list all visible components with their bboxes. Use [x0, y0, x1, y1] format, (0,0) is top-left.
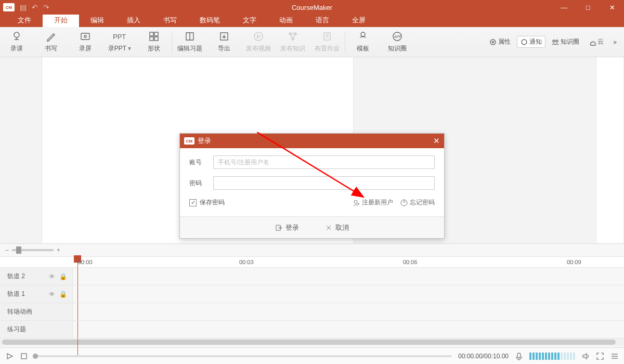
track-head: 转场动画 [0, 303, 73, 320]
svg-point-18 [553, 40, 555, 42]
volume-meter [529, 353, 575, 360]
app-title: CourseMaker [0, 4, 624, 11]
settings-icon[interactable] [610, 352, 619, 360]
save-icon[interactable]: ▤ [20, 3, 27, 11]
dropdown-icon[interactable]: ▾ [128, 45, 131, 52]
tab-anim[interactable]: 动画 [268, 14, 304, 27]
tab-fullscreen[interactable]: 全屏 [341, 14, 377, 27]
remember-checkbox[interactable]: ✓保存密码 [189, 198, 225, 207]
svg-point-16 [490, 40, 496, 45]
account-input[interactable] [213, 155, 435, 169]
timeline-hscrollbar[interactable] [0, 339, 624, 346]
track-row[interactable]: 练习题 [0, 321, 624, 339]
maximize-button[interactable]: □ [576, 0, 600, 15]
menu-bar: 文件 开始 编辑 插入 书写 数码笔 文字 动画 语言 全屏 [0, 15, 624, 27]
cancel-button[interactable]: 取消 [325, 223, 349, 232]
tick-label: 00:00 [78, 259, 93, 265]
tab-lang[interactable]: 语言 [304, 14, 341, 27]
zoom-slider[interactable] [12, 249, 54, 251]
title-bar: CM ▤ ↶ ↷ CourseMaker — □ ✕ [0, 0, 624, 15]
visibility-icon[interactable]: 👁 [49, 273, 55, 280]
password-input[interactable] [213, 176, 435, 190]
tab-text[interactable]: 文字 [231, 14, 268, 27]
track-head: 轨道 1👁🔒 [0, 285, 73, 303]
account-label: 账号 [189, 158, 208, 167]
assign-homework-button[interactable]: 布置作业 [315, 31, 340, 53]
close-button[interactable]: ✕ [600, 0, 624, 15]
redo-icon[interactable]: ↷ [43, 3, 49, 11]
dialog-close-button[interactable]: ✕ [433, 136, 440, 146]
dialog-title: 登录 [198, 136, 211, 146]
zoom-in-button[interactable]: + [57, 246, 60, 254]
cloud-tool[interactable]: 云 [586, 36, 607, 47]
lock-icon[interactable]: 🔒 [59, 291, 67, 298]
app-logo-icon: CM [3, 3, 15, 11]
svg-rect-6 [150, 37, 153, 41]
ppt-button[interactable]: PPT录PPT ▾ [107, 31, 132, 53]
app-logo-icon: CM [184, 137, 194, 145]
mic-icon[interactable] [515, 352, 523, 360]
ribbon-right-tools: 属性 通知 知识圈 云 » [486, 36, 620, 48]
fullscreen-icon[interactable] [596, 352, 604, 360]
register-link[interactable]: 注册新用户 [353, 198, 393, 207]
svg-rect-21 [517, 353, 521, 358]
tab-pen[interactable]: 数码笔 [188, 14, 231, 27]
record-button[interactable]: 录课 [4, 31, 29, 53]
zoom-out-button[interactable]: – [5, 246, 9, 254]
shape-button[interactable]: 形状 [141, 31, 166, 53]
svg-rect-1 [81, 33, 89, 40]
knowledge-circle-button[interactable]: APP知识圈 [385, 31, 410, 53]
window-controls: — □ ✕ [552, 0, 624, 15]
minimize-button[interactable]: — [552, 0, 576, 15]
stop-icon[interactable] [20, 352, 28, 360]
svg-rect-4 [150, 32, 153, 36]
speaker-icon[interactable] [581, 352, 590, 360]
tab-write[interactable]: 书写 [152, 14, 188, 27]
template-button[interactable]: 模板 [350, 31, 375, 53]
tick-label: 00:09 [567, 259, 581, 265]
svg-rect-20 [21, 354, 27, 359]
tick-label: 00:03 [239, 259, 254, 265]
svg-point-17 [492, 41, 494, 43]
password-label: 密码 [189, 179, 208, 188]
timeline-zoom: – + [0, 244, 624, 256]
track-row[interactable]: 轨道 2👁🔒 [0, 268, 624, 285]
svg-point-22 [354, 200, 357, 203]
notify-tool[interactable]: 通知 [517, 36, 545, 48]
status-bar: 00:00.00/00:10.00 [0, 347, 624, 364]
write-button[interactable]: 书写 [38, 31, 63, 53]
track-row[interactable]: 转场动画 [0, 303, 624, 321]
tick-label: 00:06 [403, 259, 418, 265]
publish-knowledge-button[interactable]: 发布知识 [280, 31, 305, 53]
forgot-password-link[interactable]: 忘记密码 [400, 198, 435, 207]
dialog-titlebar[interactable]: CM 登录 ✕ [180, 134, 444, 148]
svg-text:PPT: PPT [113, 33, 126, 41]
tab-start[interactable]: 开始 [43, 14, 79, 27]
undo-icon[interactable]: ↶ [32, 3, 38, 11]
screenrec-button[interactable]: 录屏 [73, 31, 98, 53]
login-button[interactable]: 登录 [275, 223, 299, 232]
tab-insert[interactable]: 插入 [115, 14, 152, 27]
track-head: 轨道 2👁🔒 [0, 268, 73, 285]
play-icon[interactable] [5, 352, 14, 360]
svg-text:APP: APP [394, 35, 401, 38]
visibility-icon[interactable]: 👁 [49, 291, 55, 298]
svg-point-9 [254, 32, 263, 41]
svg-rect-5 [154, 32, 158, 36]
playback-progress[interactable] [34, 355, 452, 357]
timeline-ruler[interactable]: 00:00 00:03 00:06 00:09 [0, 256, 624, 268]
svg-rect-13 [324, 33, 330, 40]
svg-point-0 [14, 32, 19, 37]
more-tool[interactable]: » [610, 37, 620, 47]
properties-tool[interactable]: 属性 [486, 36, 514, 47]
lock-icon[interactable]: 🔒 [59, 273, 67, 280]
track-row[interactable]: 轨道 1👁🔒 [0, 285, 624, 303]
circle-tool[interactable]: 知识圈 [549, 36, 582, 47]
quick-access-toolbar: ▤ ↶ ↷ [20, 3, 49, 11]
tab-file[interactable]: 文件 [6, 14, 43, 27]
tab-edit[interactable]: 编辑 [79, 14, 115, 27]
publish-video-button[interactable]: 发布视频 [246, 31, 271, 53]
export-button[interactable]: 导出 [212, 31, 237, 53]
side-panel-handle[interactable] [596, 57, 624, 243]
exercise-button[interactable]: 编辑习题 [177, 31, 202, 53]
